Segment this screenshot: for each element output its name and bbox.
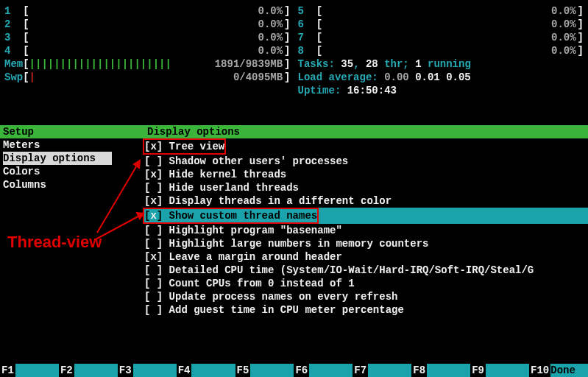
svg-line-2 [97,161,140,233]
footer-f2[interactable]: F2 [59,364,118,377]
footer-f7[interactable]: F7 [353,364,411,377]
footer-bar: F1F2F3F4F5F6F7F8F9F10Done [0,364,588,377]
annotation-arrows [0,0,588,377]
footer-f9[interactable]: F9 [470,364,529,377]
footer-f3[interactable]: F3 [118,364,177,377]
footer-f4[interactable]: F4 [177,364,235,377]
annotation-label: Thread-view [7,236,102,249]
svg-marker-3 [134,161,140,168]
footer-f5[interactable]: F5 [235,364,294,377]
footer-f6[interactable]: F6 [294,364,353,377]
svg-line-0 [96,214,144,239]
svg-marker-1 [137,213,144,219]
footer-f1[interactable]: F1 [0,364,59,377]
footer-f8[interactable]: F8 [411,364,470,377]
footer-f10[interactable]: F10Done [529,364,588,377]
